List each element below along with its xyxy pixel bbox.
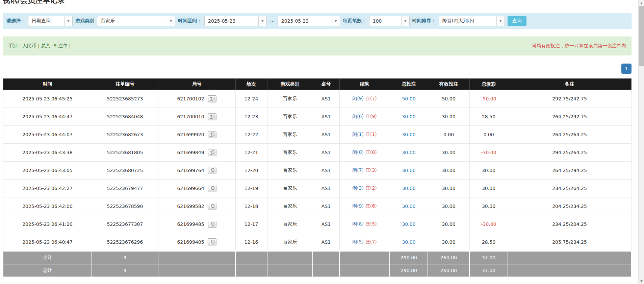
result-banker: 庄(6) <box>365 203 377 209</box>
subtotal-row: 小计 9 290.00 260.00 37.00 <box>3 251 631 264</box>
chevron-down-icon[interactable]: ▼ <box>401 16 409 26</box>
cell-total-bet: 30.00 <box>390 108 428 126</box>
cell-result: 闲(7)庄(3) <box>339 162 390 180</box>
chevron-down-icon[interactable]: ▼ <box>496 16 505 26</box>
cell-round: 621699485 <box>158 215 235 233</box>
result-player: 闲(8) <box>352 221 364 227</box>
sort-label: 时间排序： <box>412 18 436 24</box>
cell-note: 204.25/234.25 <box>508 197 631 215</box>
cell-game-type: 百家乐 <box>267 144 313 162</box>
result-player: 闲(9) <box>352 203 364 209</box>
chevron-down-icon[interactable]: ▼ <box>332 16 340 26</box>
game-type-value: 百家乐 <box>97 16 167 26</box>
total-bet-link[interactable]: 50.00 <box>402 96 415 101</box>
cell-valid-bet: 0.00 <box>428 126 469 144</box>
cell-time: 2025-05-23 06:44:07 <box>3 126 92 144</box>
cell-result: 闲(6)庄(9) <box>339 108 390 126</box>
result-banker: 庄(7) <box>365 239 377 244</box>
game-type-select[interactable]: 百家乐 ▼ <box>97 16 175 26</box>
road-map-icon[interactable] <box>208 167 216 174</box>
pagination: 1 <box>3 64 632 74</box>
table-body: 2025-05-23 06:45:25 522523685273 6217001… <box>3 90 631 251</box>
road-map-icon[interactable] <box>208 95 216 102</box>
road-map-icon[interactable] <box>208 185 216 192</box>
cell-valid-bet: 30.00 <box>428 144 469 162</box>
cell-game-type: 百家乐 <box>267 215 313 233</box>
road-map-icon[interactable] <box>208 238 216 245</box>
total-bet-link[interactable]: 30.00 <box>402 132 415 137</box>
result-banker: 庄(3) <box>365 167 377 173</box>
scrollbar-thumb[interactable] <box>639 6 644 66</box>
query-button[interactable]: 查询 <box>508 16 526 26</box>
cell-game-type: 百家乐 <box>267 108 313 126</box>
cell-session: 12-16 <box>235 233 267 251</box>
cell-session: 12-18 <box>235 197 267 215</box>
cell-note: 234.25/264.25 <box>508 180 631 197</box>
cell-session: 12-24 <box>235 90 267 108</box>
road-map-icon[interactable] <box>208 203 216 210</box>
per-page-select[interactable]: 100 ▼ <box>369 16 410 26</box>
scrollbar-down-icon[interactable]: ▼ <box>639 278 644 284</box>
result-banker: 庄(7) <box>365 96 377 101</box>
round-number: 621699582 <box>177 204 204 209</box>
cell-game-type: 百家乐 <box>267 126 313 144</box>
result-player: 闲(0) <box>352 149 364 155</box>
cell-table-no: AS1 <box>313 233 339 251</box>
cell-table-no: AS1 <box>313 126 339 144</box>
time-sort-select[interactable]: 降冪(由大到小) ▼ <box>439 16 505 26</box>
scrollbar-up-icon[interactable]: ▲ <box>639 0 644 6</box>
result-banker: 庄(5) <box>365 221 377 227</box>
date-from-input[interactable]: 2025-05-23 ▼ <box>204 16 267 26</box>
result-player: 闲(9) <box>352 96 364 101</box>
total-bet-link[interactable]: 30.00 <box>402 168 415 173</box>
cell-round: 621700102 <box>158 90 235 108</box>
total-bet-link[interactable]: 30.00 <box>402 221 415 227</box>
table-row: 2025-05-23 06:42:27 522523679477 6216996… <box>3 180 631 197</box>
date-to-input[interactable]: 2025-05-23 ▼ <box>278 16 340 26</box>
cell-payout: 30.00 <box>469 162 508 180</box>
cell-session: 12-17 <box>235 215 267 233</box>
cell-total-bet: 30.00 <box>390 180 428 197</box>
total-bet-link[interactable]: 30.00 <box>402 239 415 245</box>
result-player: 闲(1) <box>352 132 364 137</box>
cell-time: 2025-05-23 06:43:05 <box>3 162 92 180</box>
cell-bet-id: 522523680725 <box>92 162 158 180</box>
cell-total-bet: 30.00 <box>390 144 428 162</box>
cell-table-no: AS1 <box>313 162 339 180</box>
filter-bar: 请选择： 日期查询 ▼ 游戏类别 百家乐 ▼ 时间区间： 2025-05-23 … <box>3 13 632 29</box>
cell-round: 621699664 <box>158 180 235 197</box>
cell-bet-id: 522523681805 <box>92 144 158 162</box>
road-map-icon[interactable] <box>208 149 216 156</box>
cell-table-no: AS1 <box>313 144 339 162</box>
total-bet-link[interactable]: 30.00 <box>402 114 415 119</box>
round-number: 621699664 <box>177 186 204 191</box>
cell-round: 621699405 <box>158 233 235 251</box>
result-banker: 庄(2) <box>365 185 377 191</box>
cell-result: 闲(0)庄(8) <box>339 144 390 162</box>
cell-bet-id: 522523676296 <box>92 233 158 251</box>
total-bet-link[interactable]: 30.00 <box>402 204 415 209</box>
chevron-down-icon[interactable]: ▼ <box>64 16 72 26</box>
road-map-icon[interactable] <box>208 221 216 228</box>
total-bet-link[interactable]: 30.00 <box>402 150 415 155</box>
table-row: 2025-05-23 06:41:20 522523677307 6216994… <box>3 215 631 233</box>
cell-table-no: AS1 <box>313 108 339 126</box>
table-header-row: 时间注单编号局号场次游戏类别桌号结果总投注有效投注总派彩备注 <box>3 79 631 90</box>
round-number: 621699485 <box>177 221 204 227</box>
cell-total-bet: 30.00 <box>390 126 428 144</box>
cell-time: 2025-05-23 06:41:20 <box>3 215 92 233</box>
game-type-label: 游戏类别 <box>75 18 94 24</box>
cell-payout: -50.00 <box>469 90 508 108</box>
query-type-select[interactable]: 日期查询 ▼ <box>28 16 73 26</box>
chevron-down-icon[interactable]: ▼ <box>167 16 175 26</box>
cell-valid-bet: 50.00 <box>428 90 469 108</box>
total-bet-link[interactable]: 30.00 <box>402 186 415 191</box>
chevron-down-icon[interactable]: ▼ <box>258 16 266 26</box>
vertical-scrollbar[interactable]: ▲ ▼ <box>638 0 644 284</box>
table-row: 2025-05-23 06:43:38 522523681805 6216998… <box>3 144 631 162</box>
page-1-button[interactable]: 1 <box>621 64 632 74</box>
road-map-icon[interactable] <box>208 131 216 138</box>
cell-session: 12-20 <box>235 162 267 180</box>
road-map-icon[interactable] <box>208 113 216 120</box>
cell-table-no: AS1 <box>313 90 339 108</box>
